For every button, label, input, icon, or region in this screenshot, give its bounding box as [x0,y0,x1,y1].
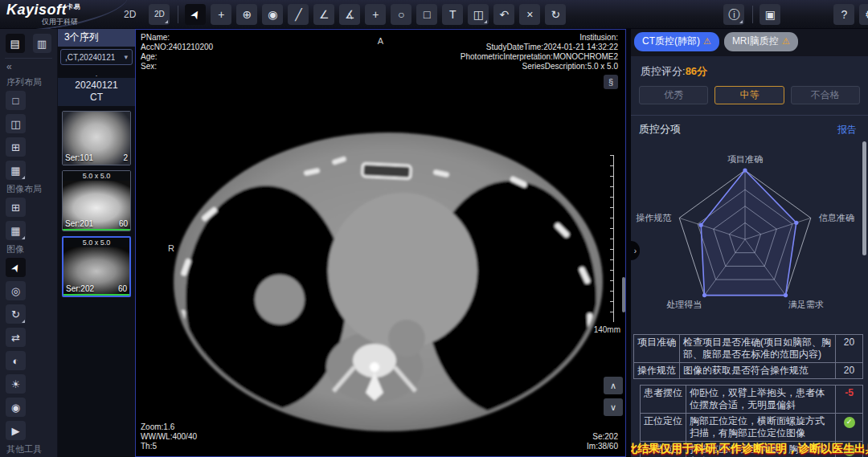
series-layout-1x1-button[interactable]: □ [6,91,26,110]
image-layout-3x3-button[interactable]: ▦ [6,221,26,240]
qc-radar-chart: 项目准确信息准确满足需求处理得当操作规范 [631,138,868,329]
series-layout-2x2-button[interactable]: ⊞ [6,137,26,157]
version-info-button[interactable]: ⓘ [723,4,744,25]
image-rotate-tool-button[interactable]: ↻ [6,304,26,324]
sidebar-icon-grid: □◫⊞▦ [5,91,52,180]
row-score: 20 [836,335,863,363]
series-thumbnail-101[interactable]: Ser:101 2 [62,111,131,165]
thumbnail-series-number: Ser:202 [66,284,94,293]
thumbnail-image-count: 60 [119,219,128,228]
rect-roi-tool-button[interactable]: □ [416,4,437,25]
logo-tagline: 仅用于科研 [42,17,78,27]
mode-2d-button[interactable]: 2D [149,4,170,25]
row-pass: ✓ [836,414,863,442]
study-info-overlay: Institusion: StudyDateTime:2024-01-21 14… [461,33,618,89]
cine-play-tool-button[interactable]: ▶ [6,421,26,440]
probe-tool-button[interactable]: + [365,4,386,25]
radar-axis-label: 操作规范 [636,213,671,222]
cursor-tool-button[interactable]: ➤ [185,4,206,25]
image-brightness-tool-button[interactable]: ☀ [6,374,26,394]
image-magnifier-tool-button[interactable]: ◎ [6,281,26,300]
tab-ct-lung-qc[interactable]: CT质控(肺部) ⚠ [634,32,719,51]
text-annotation-tool-button[interactable]: T [442,4,463,25]
settings-icon: ⚙ [865,9,868,20]
pan-tool-button[interactable]: + [211,4,231,25]
text-annotation-tool-icon: T [449,9,457,20]
cobb-angle-tool-button[interactable]: ∡ [339,4,360,25]
sidebar-collapse-button[interactable]: « [5,59,52,73]
seriesdescription-line: SeriesDescription:5.0 x 5.0 [522,62,618,71]
report-link[interactable]: 报告 [837,123,857,137]
angle-tool-button[interactable]: ∠ [313,4,334,25]
slice-scroll-buttons: ∧ ∨ [604,377,623,416]
study-select-dropdown[interactable]: ,CT,20240121 ▾ [60,49,133,65]
tab-mri-brain-qc[interactable]: MRI脑质控 ⚠ [724,32,798,51]
left-tools-sidebar: ▤▥ « 序列布局□◫⊞▦图像布局⊞▦图像➤◎↻⇄◐☀◉▶其他工具+❝Ⓐ◪×↻定… [0,29,58,457]
series-count-header: 3个序列 [58,29,135,47]
radar-axis-label: 信息准确 [819,213,854,222]
grade-medium-button[interactable]: 中等 [714,86,784,104]
toolbar-divider [178,6,178,23]
help-button[interactable]: ? [833,4,854,25]
row-desc: 检查项目是否准确(项目如脑部、胸部、腹部是否在标准的范围内容) [680,335,836,363]
annotation-manager-button[interactable]: ◫ [468,4,489,25]
window-level-tool-button[interactable]: ◉ [262,4,283,25]
image-layout-3x3-icon: ▦ [10,226,20,236]
grade-excellent-button[interactable]: 优秀 [639,86,708,104]
undo-tool-button[interactable]: ↶ [493,4,514,25]
series-layout-3x3-icon: ▦ [10,165,20,176]
series-list-toggle-button[interactable]: ▤ [6,34,25,53]
image-viewport[interactable]: PName: AccNO:2401210200 Age: Sex: Instit… [135,29,626,457]
series-layout-1x2-icon: ◫ [10,119,20,129]
qc-main-table: 项目准确 检查项目是否准确(项目如脑部、胸部、腹部是否在标准的范围内容) 20 … [633,334,863,379]
patient-info-overlay: PName: AccNO:2401210200 Age: Sex: [141,33,213,71]
warning-icon: ⚠ [703,36,711,47]
settings-button[interactable]: ⚙ [859,4,868,25]
image-invert-tool-icon: ◐ [13,356,19,366]
qc-score-table: 项目准确 检查项目是否准确(项目如脑部、胸部、腹部是否在标准的范围内容) 20 … [633,334,863,457]
image-flip-tool-button[interactable]: ⇄ [6,328,26,347]
zoom-tool-button[interactable]: ⊕ [236,4,257,25]
chevron-down-icon: ∨ [610,402,616,413]
delete-annotation-tool-icon: × [526,9,533,20]
toolbar: 2D➤+⊕◉╱∠∡+○□T◫↶×↻ⓘ▣?⚙ [149,4,868,25]
row-desc: 仰卧位，双臂上举抱头，患者体位摆放合适，无明显偏斜 [686,386,836,414]
qc-panel: CT质控(肺部) ⚠ MRI脑质控 ⚠ 质控评分:86分 优秀 中等 不合格 质… [631,29,868,457]
row-label: 患者摆位 [641,386,686,414]
attachment-icon[interactable]: § [604,75,618,89]
save-button[interactable]: ▣ [760,4,780,25]
length-measure-tool-button[interactable]: ╱ [288,4,309,25]
table-row: 正位定位 胸部正位定位，横断面螺旋方式扫描，有胸部正位定位图像 ✓ [641,414,863,442]
image-cursor-tool-button[interactable]: ➤ [6,258,26,277]
image-layout-2x2-icon: ⊞ [11,202,20,213]
image-window-preset-tool-button[interactable]: ◉ [6,398,26,417]
ellipse-roi-tool-button[interactable]: ○ [391,4,411,25]
help-icon: ? [841,9,847,20]
reset-tool-button[interactable]: ↻ [545,4,566,25]
qc-score: 质控评分:86分 [641,64,858,79]
divider [631,115,868,116]
image-invert-tool-button[interactable]: ◐ [6,351,26,370]
warning-icon: ⚠ [782,36,790,47]
scroll-up-button[interactable]: ∧ [604,377,623,394]
series-layout-1x2-button[interactable]: ◫ [6,114,26,133]
row-penalty: -5 [836,386,863,414]
report-toggle-button[interactable]: ▥ [33,34,52,53]
delete-annotation-tool-button[interactable]: × [519,4,540,25]
series-layout-3x3-button[interactable]: ▦ [6,161,26,180]
slice-scrollbar-thumb[interactable] [622,277,625,312]
zoom-line: Zoom:1.6 [141,422,197,432]
logo-sub-text: 卡易 [67,3,80,10]
qc-grade-buttons: 优秀 中等 不合格 [639,86,860,104]
qc-panel-scrollbar-thumb[interactable] [862,141,866,255]
scroll-down-button[interactable]: ∨ [604,398,623,416]
age-line: Age: [141,52,213,62]
wwwl-line: WW/WL:400/40 [141,432,197,442]
grade-fail-button[interactable]: 不合格 [791,86,860,104]
series-thumbnail-202-selected[interactable]: 5.0 x 5.0 Ser:202 60 [62,236,131,297]
row-score: 20 [836,363,863,379]
image-layout-2x2-button[interactable]: ⊞ [6,198,26,217]
series-thumbnail-201[interactable]: 5.0 x 5.0 Ser:201 60 [62,170,131,231]
length-measure-tool-icon: ╱ [295,9,301,20]
top-toolbar: Kayisoft卡易 仅用于科研 2D 2D➤+⊕◉╱∠∡+○□T◫↶×↻ⓘ▣?… [0,0,868,29]
